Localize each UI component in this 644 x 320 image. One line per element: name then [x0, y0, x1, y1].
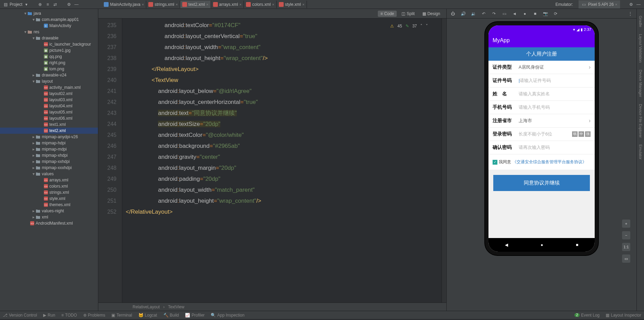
checkbox-icon[interactable]: ✓: [493, 160, 497, 165]
tree-item[interactable]: <>style.xml: [0, 195, 98, 202]
chevron-down-icon[interactable]: ˅: [426, 21, 428, 32]
problems-indicator[interactable]: ⚠45 ✎37 ˄ ˅: [390, 21, 428, 32]
form-row[interactable]: 确认密码请再次输入密码: [488, 141, 595, 154]
phone-screen[interactable]: ▾ ◢ ▮ 2:37 MyApp 个人用户注册 证件类型A居民身份证›证件号码|…: [488, 25, 595, 252]
settings-icon[interactable]: ⚙: [628, 2, 634, 7]
tree-arrow-icon[interactable]: ▸: [32, 159, 36, 164]
gutter-line[interactable]: 235: [98, 20, 122, 31]
gutter-line[interactable]: 248: [98, 163, 122, 174]
tree-item[interactable]: ▸mipmap-hdpi: [0, 140, 98, 146]
tree-item[interactable]: ▾drawable: [0, 35, 98, 41]
close-icon[interactable]: ×: [615, 2, 617, 7]
gutter-line[interactable]: 238: [98, 53, 122, 64]
power-icon[interactable]: ⏻: [450, 11, 456, 16]
expand-icon[interactable]: ≡: [45, 2, 50, 7]
form-row[interactable]: 证件号码|请输入证件号码: [488, 74, 595, 87]
tree-item[interactable]: ▸mipmap-xxxhdpi: [0, 165, 98, 171]
tree-item[interactable]: <>strings.xml: [0, 189, 98, 195]
tree-arrow-icon[interactable]: ▸: [32, 165, 36, 170]
tree-arrow-icon[interactable]: ▸: [32, 215, 36, 220]
tree-arrow-icon[interactable]: ▾: [23, 11, 27, 16]
zoom-fit-button[interactable]: ▭: [622, 254, 630, 263]
tree-item[interactable]: ▦picture1.jpg: [0, 47, 98, 54]
tree-item[interactable]: <>layout05.xml: [0, 109, 98, 115]
code-line[interactable]: </RelativeLayout>: [126, 64, 442, 75]
code-line[interactable]: android:layout_margin="20dp": [126, 163, 442, 174]
tree-item[interactable]: ▸mipmap-xhdpi: [0, 152, 98, 158]
gear-icon[interactable]: ⚙: [66, 2, 72, 7]
chevron-up-icon[interactable]: ˄: [420, 21, 422, 32]
agree-link[interactable]: 《交通安全综合服务管理平台服务协议》: [512, 159, 586, 165]
form-value[interactable]: |请输入证件号码: [519, 78, 591, 84]
bottom-tool-profiler[interactable]: 📈Profiler: [185, 313, 205, 318]
bottom-tool-logcat[interactable]: 🐱Logcat: [138, 313, 157, 318]
tree-item[interactable]: ▸mipmap-anydpi-v26: [0, 134, 98, 140]
gutter-line[interactable]: 251: [98, 195, 122, 206]
tree-item[interactable]: <>layout06.xml: [0, 115, 98, 121]
agree-row[interactable]: ✓ 我同意 《交通安全综合服务管理平台服务协议》: [488, 154, 595, 170]
editor-tab[interactable]: strings.xml×: [146, 1, 180, 8]
target-icon[interactable]: ⊕: [37, 2, 43, 7]
form-row[interactable]: 登录密码长度不能小于6位弱中强: [488, 128, 595, 141]
code-line[interactable]: </RelativeLayout>: [126, 206, 442, 217]
tree-item[interactable]: <>themes.xml: [0, 202, 98, 208]
form-row[interactable]: 注册省市上海市›: [488, 114, 595, 128]
code-line[interactable]: android:padding="20dp": [126, 174, 442, 185]
editor-tab[interactable]: colors.xml×: [244, 1, 276, 8]
tree-item[interactable]: ▾res: [0, 29, 98, 35]
screenshot-device-icon[interactable]: ▭: [501, 11, 507, 16]
tree-item[interactable]: ▾com.example.app01: [0, 16, 98, 23]
tree-item[interactable]: ▾values: [0, 171, 98, 177]
gutter-line[interactable]: 237: [98, 42, 122, 53]
tree-arrow-icon[interactable]: ▸: [32, 134, 36, 139]
hide-icon[interactable]: —: [74, 2, 79, 7]
gutter-line[interactable]: 239: [98, 64, 122, 75]
form-value[interactable]: A居民身份证: [519, 64, 589, 70]
event-log-button[interactable]: 2 Event Log: [574, 313, 600, 318]
code-line[interactable]: android:layout_centerVertical="true": [126, 31, 442, 42]
nav-back-icon[interactable]: ◀: [505, 242, 508, 247]
gutter-line[interactable]: 250: [98, 185, 122, 195]
zoom-out-button[interactable]: −: [622, 231, 630, 239]
zoom-reset-button[interactable]: 1:1: [622, 243, 630, 251]
layout-inspector-button[interactable]: ▦ Layout Inspector: [606, 313, 641, 318]
submit-button[interactable]: 同意协议并继续: [493, 175, 590, 191]
tree-arrow-icon[interactable]: ▸: [32, 209, 36, 213]
gutter-line[interactable]: 246: [98, 141, 122, 152]
tree-item[interactable]: <>arrays.xml: [0, 177, 98, 183]
breadcrumb[interactable]: RelativeLayout › TextView: [98, 303, 446, 311]
tree-arrow-icon[interactable]: ▾: [32, 79, 36, 84]
bottom-tool-build[interactable]: 🔨Build: [163, 313, 179, 318]
device-tab[interactable]: ▭ Pixel 5 API 26 ×: [579, 0, 620, 9]
code-line[interactable]: android:layout_width="wrap_content": [126, 42, 442, 53]
home-icon[interactable]: ●: [522, 11, 528, 16]
bottom-tool-app-inspection[interactable]: 🔍App Inspection: [211, 313, 244, 318]
nav-home-icon[interactable]: ●: [541, 242, 543, 247]
minimize-icon[interactable]: —: [636, 2, 641, 7]
overview-icon[interactable]: ■: [532, 11, 538, 16]
code-line[interactable]: android:background="#2965ab": [126, 141, 442, 152]
tree-item[interactable]: ▾java: [0, 10, 98, 16]
bottom-tool-problems[interactable]: ⊗Problems: [83, 313, 106, 318]
code-line[interactable]: android:layout_centerHorizontal="true": [126, 97, 442, 108]
tree-arrow-icon[interactable]: ▸: [32, 153, 36, 158]
code-line[interactable]: <TextView: [126, 75, 442, 86]
code-line[interactable]: android:layout_below="@id/rlAgree": [126, 86, 442, 97]
tree-item[interactable]: ▾layout: [0, 78, 98, 84]
gutter-line[interactable]: 243: [98, 108, 122, 119]
form-value[interactable]: 请再次输入密码: [519, 144, 591, 151]
volume-down-icon[interactable]: 🔉: [471, 11, 476, 16]
code-pane[interactable]: ⚠45 ✎37 ˄ ˅ android:textColor="#0174CF" …: [122, 19, 442, 303]
code-line[interactable]: android:text="同意协议并继续": [126, 108, 442, 119]
gutter-line[interactable]: 245: [98, 130, 122, 141]
tree-item[interactable]: ▦tom.png: [0, 66, 98, 72]
project-selector[interactable]: ▤ Project ▾: [3, 2, 29, 7]
form-value[interactable]: 长度不能小于6位: [519, 131, 572, 137]
tree-item[interactable]: ▸mipmap-xxhdpi: [0, 158, 98, 165]
tree-item[interactable]: <>layout03.xml: [0, 97, 98, 103]
gutter-line[interactable]: 247: [98, 152, 122, 163]
form-row[interactable]: 手机号码请输入手机号码: [488, 101, 595, 114]
form-value[interactable]: 上海市: [519, 118, 589, 124]
gutter-line[interactable]: 242: [98, 97, 122, 108]
form-value[interactable]: 请输入真实姓名: [519, 91, 591, 97]
